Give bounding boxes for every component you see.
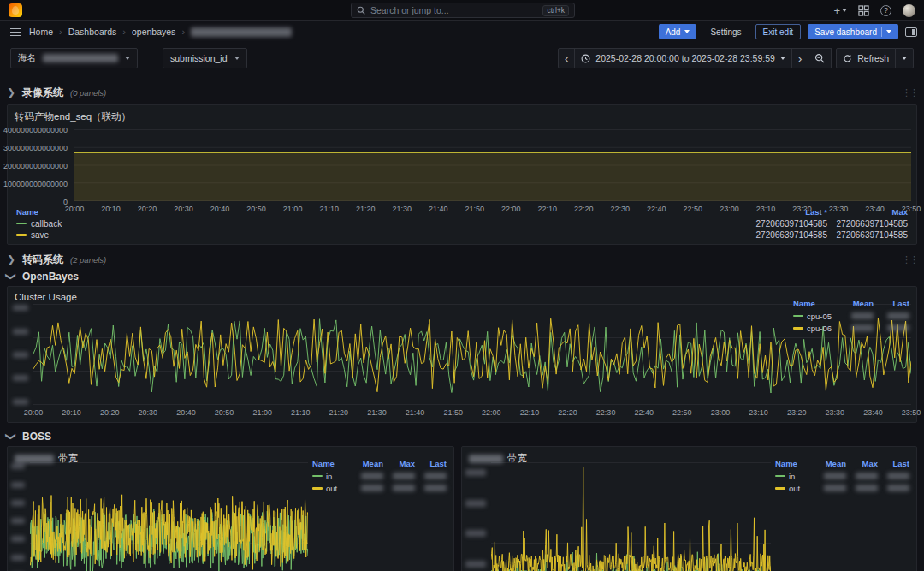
legend-header-last[interactable]: Last: [874, 299, 909, 308]
button-divider: [881, 27, 882, 37]
y-axis-label-redacted: [465, 530, 486, 537]
breadcrumb-dashboards[interactable]: Dashboards: [68, 27, 117, 37]
legend-header-max[interactable]: Max: [846, 459, 878, 468]
x-axis-label: 22:20: [558, 408, 578, 417]
x-axis-label: 22:00: [482, 408, 501, 417]
legend-header-mean[interactable]: Mean: [838, 299, 874, 308]
x-axis-label: 22:00: [501, 205, 521, 213]
legend-value-redacted: [424, 473, 447, 479]
series-swatch-icon: [16, 234, 27, 236]
time-shift-forward-button[interactable]: ›: [791, 48, 808, 68]
row-header-boss[interactable]: ❯ BOSS: [7, 427, 917, 446]
breadcrumb: Home › Dashboards › openbayes ›: [29, 21, 292, 43]
breadcrumb-separator: ›: [181, 27, 185, 37]
breadcrumb-separator: ›: [59, 27, 62, 37]
legend-item-cpu-05[interactable]: cpu-05: [793, 312, 909, 321]
refresh-interval-dropdown[interactable]: [895, 48, 914, 68]
x-axis-label: 22:10: [538, 205, 558, 213]
panel-title[interactable]: Cluster Usage: [15, 292, 77, 302]
legend-value-redacted: [393, 485, 415, 491]
help-icon[interactable]: ?: [880, 5, 891, 16]
exit-edit-button[interactable]: Exit edit: [755, 24, 802, 39]
y-axis-label-redacted: [13, 352, 28, 358]
search-input[interactable]: Search or jump to... ctrl+k: [351, 3, 575, 18]
legend: NameMeanMaxLastinout: [775, 459, 909, 493]
time-range-picker[interactable]: 2025-02-28 20:00:00 to 2025-02-28 23:59:…: [574, 48, 792, 68]
chevron-down-icon: [234, 57, 240, 60]
x-axis-label: 22:50: [684, 205, 703, 213]
breadcrumb-separator: ›: [122, 27, 126, 37]
mega-menu-toggle-icon[interactable]: [10, 28, 21, 36]
legend-item-in[interactable]: in: [312, 472, 447, 481]
legend-header-mean[interactable]: Mean: [814, 459, 846, 468]
legend-value-redacted: [887, 312, 909, 319]
user-avatar[interactable]: [903, 4, 915, 17]
legend-header-last[interactable]: Last: [878, 459, 909, 468]
row-drag-handle[interactable]: ⋮⋮: [902, 87, 917, 98]
save-dashboard-button[interactable]: Save dashboard: [808, 24, 898, 39]
x-axis-label: 20:00: [24, 408, 44, 417]
x-axis-label: 22:30: [596, 408, 616, 417]
legend-header-last[interactable]: Last: [415, 459, 447, 468]
chevron-down-icon: [902, 57, 907, 60]
x-axis-label: 20:10: [62, 408, 81, 417]
dashboards-grid-icon[interactable]: [858, 5, 869, 16]
legend-item-out[interactable]: out: [775, 484, 909, 493]
legend-item-cpu-06[interactable]: cpu-06: [793, 324, 909, 333]
legend-item-out[interactable]: out: [312, 484, 447, 493]
y-axis-label-redacted: [11, 536, 25, 542]
variable-label: submission_id: [170, 53, 228, 63]
legend-item-callback[interactable]: callback: [16, 219, 62, 229]
time-series-chart[interactable]: [30, 462, 308, 571]
x-axis-label: 21:40: [429, 205, 448, 213]
refresh-button[interactable]: Refresh: [836, 48, 896, 68]
legend-header-name[interactable]: Name: [775, 459, 814, 468]
legend: NameMeanLastcpu-05cpu-06: [793, 299, 909, 333]
y-axis-label-redacted: [13, 399, 28, 405]
grafana-logo-icon[interactable]: [9, 3, 22, 17]
legend-header-max[interactable]: Max: [834, 207, 908, 217]
row-header-openbayes[interactable]: ❯ OpenBayes: [7, 267, 917, 286]
legend-value-redacted: [424, 485, 447, 491]
new-menu-button[interactable]: +: [833, 5, 847, 16]
series-swatch-icon: [793, 315, 803, 318]
time-series-chart[interactable]: [491, 462, 771, 571]
refresh-label: Refresh: [857, 53, 889, 63]
legend-header-last[interactable]: Last *: [754, 207, 827, 217]
y-axis-label-redacted: [13, 375, 28, 381]
x-axis-label: 23:00: [711, 408, 731, 417]
row-drag-handle[interactable]: ⋮⋮: [902, 254, 917, 265]
row-header-transcode[interactable]: ❯ 转码系统 (2 panels) ⋮⋮: [7, 250, 917, 269]
legend-value-redacted: [887, 473, 909, 479]
x-axis-label: 23:30: [826, 408, 845, 417]
settings-button[interactable]: Settings: [703, 24, 748, 39]
breadcrumb-folder[interactable]: openbayes: [132, 27, 175, 37]
add-button[interactable]: Add: [659, 24, 697, 39]
legend-header-mean[interactable]: Mean: [352, 459, 383, 468]
dashboard-title-redacted: [191, 27, 292, 37]
variable-select-2[interactable]: submission_id: [163, 48, 247, 68]
time-series-chart[interactable]: [74, 129, 911, 201]
row-header-recording[interactable]: ❯ 录像系统 (0 panels) ⋮⋮: [7, 83, 917, 102]
breadcrumb-home[interactable]: Home: [29, 27, 53, 37]
edit-actions: Add Settings Exit edit Save dashboard: [659, 24, 917, 39]
x-axis-label: 20:30: [139, 408, 158, 417]
x-axis-label: 23:10: [749, 408, 768, 417]
time-shift-back-button[interactable]: ‹: [558, 48, 575, 68]
x-axis-label: 20:40: [176, 408, 196, 417]
row-panel-count: (0 panels): [70, 88, 106, 98]
legend-item-save[interactable]: save: [16, 230, 62, 240]
legend-header-name[interactable]: Name: [312, 459, 352, 468]
x-axis-label: 22:40: [647, 205, 666, 213]
chevron-right-icon: ❯: [7, 86, 15, 98]
toggle-panel-icon[interactable]: [905, 27, 917, 37]
x-axis-label: 22:20: [574, 205, 594, 213]
legend-item-in[interactable]: in: [775, 472, 909, 481]
legend-header-name[interactable]: Name: [793, 299, 838, 308]
x-axis-label: 23:20: [787, 408, 807, 417]
legend-header-max[interactable]: Max: [383, 459, 415, 468]
zoom-out-button[interactable]: [808, 48, 832, 68]
variable-select-1[interactable]: 海名: [10, 48, 138, 68]
time-series-chart[interactable]: [33, 304, 911, 405]
x-axis-label: 21:40: [406, 408, 425, 417]
